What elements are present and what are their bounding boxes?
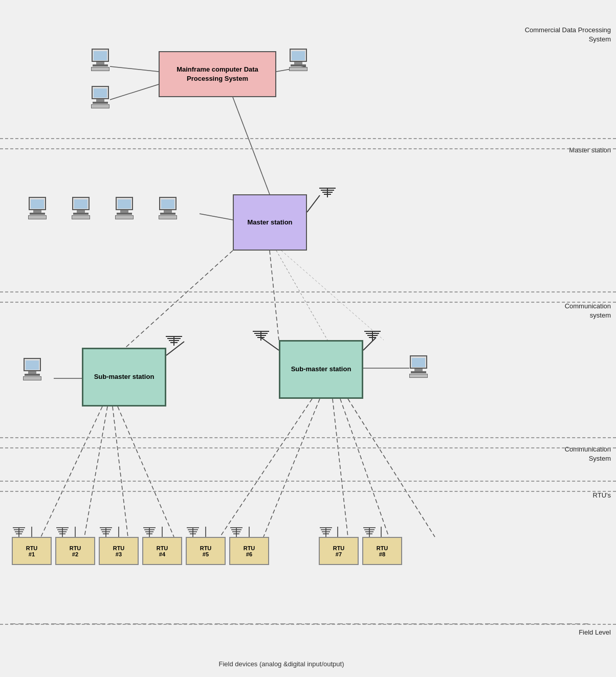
monitor-icon xyxy=(92,49,109,62)
zone-label-master: Master station xyxy=(514,146,611,155)
monitor-icon xyxy=(29,197,46,210)
submaster-left-label: Sub-master station xyxy=(94,372,155,381)
rtu-label-2: RTU#2 xyxy=(70,545,81,557)
computer-master-1 xyxy=(28,197,47,219)
rtu-box-4: RTU#4 xyxy=(142,537,182,565)
monitor-icon xyxy=(116,197,133,210)
divider-line-1 xyxy=(0,138,616,139)
antenna-rtu2 xyxy=(55,521,70,537)
divider-line-3 xyxy=(0,291,616,292)
svg-line-20 xyxy=(307,195,320,212)
svg-line-17 xyxy=(348,399,435,537)
monitor-icon xyxy=(72,197,90,210)
diagram-container: Commercial Data Processing System Master… xyxy=(0,0,616,677)
svg-line-7 xyxy=(276,251,327,340)
zone-label-comm1: Communicationsystem xyxy=(514,302,611,320)
computer-master-4 xyxy=(159,197,177,219)
submaster-right-box: Sub-master station xyxy=(279,340,363,399)
antenna-submaster-right-right xyxy=(362,326,383,341)
divider-line-4 xyxy=(0,302,616,303)
divider-line-8 xyxy=(0,491,616,492)
svg-line-3 xyxy=(233,97,270,194)
computer-topleft-2 xyxy=(91,86,109,108)
svg-line-11 xyxy=(113,407,128,537)
monitor-icon xyxy=(92,86,109,99)
antenna-rtu6 xyxy=(229,521,244,537)
svg-line-15 xyxy=(333,399,348,537)
computer-submaster-left xyxy=(23,358,41,380)
zone-label-field: Field Level xyxy=(514,628,611,637)
rtu-label-4: RTU#4 xyxy=(157,545,168,557)
computer-master-2 xyxy=(72,197,90,219)
antenna-submaster-right-left xyxy=(251,326,271,341)
antenna-submaster-left xyxy=(164,331,184,346)
divider-line-9 xyxy=(0,624,616,625)
monitor-icon xyxy=(410,355,427,369)
antenna-rtu3 xyxy=(98,521,114,537)
rtu-label-6: RTU#6 xyxy=(244,545,255,557)
svg-line-12 xyxy=(118,407,174,537)
mainframe-label: Mainframe computer Data Processing Syste… xyxy=(160,65,275,83)
svg-line-4 xyxy=(200,214,233,220)
svg-line-14 xyxy=(263,399,320,537)
computer-topright-1 xyxy=(289,49,307,71)
svg-line-10 xyxy=(84,407,107,537)
rtu-box-3: RTU#3 xyxy=(99,537,139,565)
submaster-left-box: Sub-master station xyxy=(82,348,166,407)
rtu-box-5: RTU#5 xyxy=(186,537,226,565)
divider-line-5 xyxy=(0,437,616,438)
svg-line-13 xyxy=(220,399,312,537)
rtu-box-6: RTU#6 xyxy=(229,537,269,565)
monitor-icon xyxy=(159,197,177,210)
zone-label-rtus: RTU's xyxy=(514,491,611,500)
rtu-label-1: RTU#1 xyxy=(26,545,38,557)
antenna-rtu7 xyxy=(318,521,334,537)
antenna-rtu4 xyxy=(142,521,157,537)
rtu-label-3: RTU#3 xyxy=(113,545,125,557)
computer-submaster-right xyxy=(409,355,428,378)
svg-line-16 xyxy=(340,399,389,537)
divider-line-6 xyxy=(0,447,616,448)
divider-line-7 xyxy=(0,481,616,482)
antenna-master xyxy=(317,183,338,197)
monitor-icon xyxy=(290,49,307,62)
computer-master-3 xyxy=(115,197,134,219)
rtu-box-7: RTU#7 xyxy=(319,537,359,565)
submaster-right-label: Sub-master station xyxy=(291,365,351,374)
mainframe-box: Mainframe computer Data Processing Syste… xyxy=(159,51,276,97)
svg-line-9 xyxy=(41,407,102,537)
rtu-label-8: RTU#8 xyxy=(377,545,388,557)
computer-topleft-1 xyxy=(91,49,109,71)
zone-label-commercial: Commercial Data Processing System xyxy=(514,26,611,44)
antenna-rtu5 xyxy=(185,521,201,537)
antenna-rtu8 xyxy=(362,521,377,537)
svg-line-0 xyxy=(110,66,159,72)
rtu-label-7: RTU#7 xyxy=(333,545,345,557)
divider-line-2 xyxy=(0,148,616,149)
rtu-box-2: RTU#2 xyxy=(55,537,95,565)
master-label: Master station xyxy=(247,218,292,227)
master-station-box: Master station xyxy=(233,194,307,251)
rtu-box-8: RTU#8 xyxy=(362,537,402,565)
antenna-rtu1 xyxy=(11,521,27,537)
monitor-icon xyxy=(24,358,41,371)
field-devices-label: Field devices (analog &digital input/out… xyxy=(0,660,563,668)
svg-line-1 xyxy=(110,84,159,100)
rtu-label-5: RTU#5 xyxy=(200,545,212,557)
rtu-box-1: RTU#1 xyxy=(12,537,52,565)
